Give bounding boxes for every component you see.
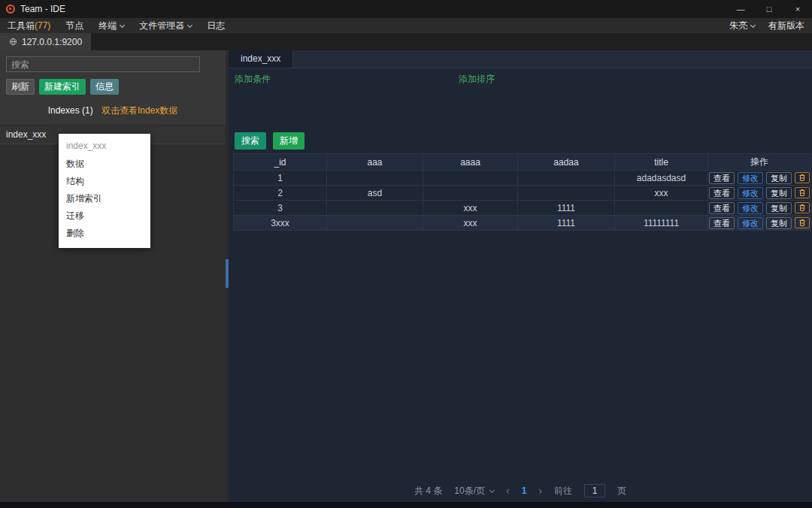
add-condition-link[interactable]: 添加条件 [235, 73, 271, 86]
view-button[interactable]: 查看 [709, 202, 735, 214]
context-menu-item-data[interactable]: 数据 [59, 156, 150, 173]
search-button[interactable]: 搜索 [235, 132, 266, 150]
edit-button[interactable]: 修改 [738, 202, 763, 214]
refresh-button[interactable]: 刷新 [6, 79, 35, 95]
goto-label: 前往 [554, 485, 572, 497]
main-toolbar: 搜索 新增 [229, 132, 812, 153]
delete-button[interactable] [795, 172, 810, 183]
cell-aaaa: xxx [423, 201, 518, 216]
app-logo-icon [6, 5, 15, 14]
cell-actions: 查看修改复制 [708, 201, 811, 216]
delete-button[interactable] [795, 217, 810, 228]
connection-tab[interactable]: 127.0.0.1:9200 [0, 33, 91, 50]
column-header-id: _id [234, 154, 327, 171]
prev-page-button[interactable]: ‹ [506, 485, 510, 497]
trash-icon [798, 174, 806, 182]
chevron-down-icon [750, 22, 756, 27]
main-panel: index_xxx 添加条件 添加排序 搜索 新增 _id aaa aaaa a… [229, 50, 812, 502]
menu-toolbox-count: (77) [35, 20, 50, 31]
info-button[interactable]: 信息 [90, 79, 119, 95]
cell-aadaa: 1111 [518, 216, 615, 231]
main-tab-bar: index_xxx [229, 50, 812, 68]
page-unit-label: 页 [617, 485, 626, 497]
sidebar-buttons: 刷新 新建索引 信息 [6, 79, 220, 95]
page-size-select[interactable]: 10条/页 [454, 485, 494, 497]
cell-aaaa [423, 171, 518, 186]
context-menu-item-structure[interactable]: 结构 [59, 173, 150, 190]
cell-actions: 查看修改复制 [708, 171, 811, 186]
copy-button[interactable]: 复制 [766, 187, 792, 199]
add-button[interactable]: 新增 [273, 132, 304, 150]
menu-logs[interactable]: 日志 [207, 20, 225, 32]
context-menu-item-create-index[interactable]: 新增索引 [59, 190, 150, 207]
indexes-line: Indexes (1) 双击查看Index数据 [6, 104, 220, 117]
sidebar: 刷新 新建索引 信息 Indexes (1) 双击查看Index数据 index… [0, 50, 226, 502]
table-row[interactable]: 2asdxxx查看修改复制 [234, 186, 811, 201]
new-version-link[interactable]: 有新版本 [768, 20, 804, 32]
goto-page-input[interactable] [584, 484, 605, 497]
column-header-actions: 操作 [708, 154, 811, 171]
copy-button[interactable]: 复制 [766, 172, 792, 184]
delete-button[interactable] [795, 187, 810, 198]
menu-terminal-label: 终端 [98, 20, 117, 32]
cell-aaaa [423, 186, 518, 201]
maximize-button[interactable]: □ [755, 0, 783, 18]
column-header-aadaa: aadaa [518, 154, 615, 171]
view-button[interactable]: 查看 [709, 187, 735, 199]
cell-aaa [327, 216, 423, 231]
bottom-status-bar [0, 502, 812, 508]
page-size-value: 10条/页 [454, 485, 485, 497]
edit-button[interactable]: 修改 [738, 217, 763, 229]
table-row[interactable]: 3xxx1111查看修改复制 [234, 201, 811, 216]
cell-aaaa: xxx [423, 216, 518, 231]
menubar-right: 朱亮 有新版本 [729, 20, 804, 32]
trash-icon [798, 219, 806, 227]
cell-aaa [327, 171, 423, 186]
view-button[interactable]: 查看 [709, 172, 735, 184]
cell-_id: 3xxx [234, 216, 327, 231]
cell-actions: 查看修改复制 [708, 216, 811, 231]
menu-toolbox[interactable]: 工具箱(77) [8, 20, 50, 32]
view-button[interactable]: 查看 [709, 217, 735, 229]
cell-_id: 3 [234, 201, 327, 216]
close-button[interactable]: × [783, 0, 812, 18]
indexes-count: Indexes (1) [48, 105, 93, 116]
table-row[interactable]: 1adadasdasd查看修改复制 [234, 171, 811, 186]
page-number-button[interactable]: 1 [522, 485, 527, 496]
tab-index-xxx[interactable]: index_xxx [229, 50, 293, 68]
next-page-button[interactable]: › [538, 485, 542, 497]
cell-title: adadasdasd [615, 171, 708, 186]
create-index-button[interactable]: 新建索引 [39, 79, 86, 95]
menu-terminal[interactable]: 终端 [98, 20, 124, 32]
cell-_id: 1 [234, 171, 327, 186]
chevron-down-icon [120, 22, 125, 27]
user-name: 朱亮 [729, 20, 747, 32]
title-bar: Team - IDE — □ × [0, 0, 812, 18]
app-title: Team - IDE [20, 4, 65, 14]
trash-icon [798, 204, 806, 212]
pagination: 共 4 条 10条/页 ‹ 1 › 前往 页 [229, 484, 812, 497]
copy-button[interactable]: 复制 [766, 202, 792, 214]
menu-file-manager[interactable]: 文件管理器 [139, 20, 192, 32]
search-input[interactable] [6, 56, 200, 72]
filter-area: 添加条件 添加排序 [229, 68, 812, 132]
minimize-button[interactable]: — [726, 0, 755, 18]
cell-_id: 2 [234, 186, 327, 201]
window-controls: — □ × [726, 0, 812, 18]
data-table: _id aaa aaaa aadaa title 操作 1adadasdasd查… [233, 153, 811, 231]
connection-tab-label: 127.0.0.1:9200 [22, 37, 82, 47]
context-menu-item-delete[interactable]: 删除 [59, 225, 150, 242]
cell-actions: 查看修改复制 [708, 186, 811, 201]
cell-title [615, 201, 708, 216]
add-sort-link[interactable]: 添加排序 [459, 73, 495, 86]
delete-button[interactable] [795, 202, 810, 213]
workspace: 刷新 新建索引 信息 Indexes (1) 双击查看Index数据 index… [0, 50, 812, 502]
table-row[interactable]: 3xxxxxx111111111111查看修改复制 [234, 216, 811, 231]
menu-bar: 工具箱(77) 节点 终端 文件管理器 日志 朱亮 有新版本 [0, 18, 812, 33]
user-menu[interactable]: 朱亮 [729, 20, 755, 32]
context-menu-item-migrate[interactable]: 迁移 [59, 207, 150, 225]
edit-button[interactable]: 修改 [738, 172, 763, 184]
copy-button[interactable]: 复制 [766, 217, 792, 229]
menu-node[interactable]: 节点 [65, 20, 83, 32]
edit-button[interactable]: 修改 [738, 187, 763, 199]
